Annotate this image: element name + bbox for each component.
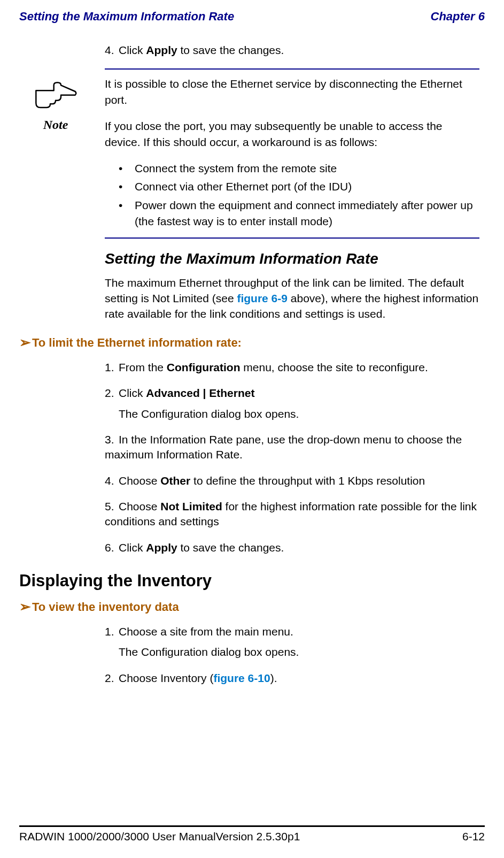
step-bold: Configuration <box>167 361 241 373</box>
h1-displaying-inventory: Displaying the Inventory <box>19 571 485 591</box>
step-pre: Choose <box>119 474 160 487</box>
footer: RADWIN 1000/2000/3000 User ManualVersion… <box>19 825 485 843</box>
proc1-step3: 3.In the Information Rate pane, use the … <box>105 432 479 463</box>
header-right: Chapter 6 <box>431 10 485 24</box>
proc1-step1: 1.From the Configuration menu, choose th… <box>105 360 479 375</box>
step-pre: Choose Inventory ( <box>119 672 213 684</box>
step-bold: Not Limited <box>160 500 222 512</box>
note-p1: It is possible to close the Ethernet ser… <box>105 76 479 108</box>
step-number: 4. <box>105 473 119 488</box>
step-number: 4. <box>105 43 119 58</box>
proc2-step1: 1.Choose a site from the main menu. The … <box>105 624 479 660</box>
section1-para: The maximum Ethernet throughput of the l… <box>105 275 479 322</box>
step-post: ). <box>270 672 277 684</box>
proc2-heading-text: To view the inventory data <box>32 600 179 614</box>
step-bold: Other <box>160 474 190 487</box>
intro-step: 4.Click Apply to save the changes. <box>105 43 479 58</box>
step-text-pre: Click <box>119 44 146 56</box>
note-top-rule <box>105 68 479 70</box>
chevron-icon: ➢ <box>19 599 31 615</box>
footer-right: 6-12 <box>462 830 485 843</box>
step-number: 6. <box>105 540 119 555</box>
header-left: Setting the Maximum Information Rate <box>19 10 234 24</box>
footer-left: RADWIN 1000/2000/3000 User ManualVersion… <box>19 830 300 843</box>
note-block: Note It is possible to close the Etherne… <box>105 76 479 229</box>
section1-title: Setting the Maximum Information Rate <box>105 250 479 267</box>
step-text: Choose a site from the main menu. <box>119 625 293 638</box>
proc2-heading: ➢To view the inventory data <box>19 598 485 615</box>
proc1-step6: 6.Click Apply to save the changes. <box>105 540 479 555</box>
note-bullet: Connect the system from the remote site <box>105 160 479 177</box>
note-p2: If you close the port, you may subsequen… <box>105 118 479 150</box>
step-bold: Advanced | Ethernet <box>146 387 254 399</box>
proc1-heading: ➢To limit the Ethernet information rate: <box>19 334 485 350</box>
figure-link[interactable]: figure 6-9 <box>237 292 288 304</box>
step-post: to save the changes. <box>177 541 284 554</box>
step-number: 2. <box>105 386 119 401</box>
step-number: 2. <box>105 671 119 686</box>
step-bold: Apply <box>146 44 177 56</box>
chevron-icon: ➢ <box>19 334 31 350</box>
step-sub: The Configuration dialog box opens. <box>105 645 479 660</box>
step-bold: Apply <box>146 541 177 554</box>
step-pre: Click <box>119 541 146 554</box>
proc1-step4: 4.Choose Other to define the throughput … <box>105 473 479 488</box>
pointing-hand-icon <box>33 78 78 110</box>
footer-rule <box>19 825 485 827</box>
note-icon-wrap: Note <box>24 78 88 132</box>
proc1-step2: 2.Click Advanced | Ethernet The Configur… <box>105 386 479 422</box>
step-sub: The Configuration dialog box opens. <box>105 407 479 422</box>
step-number: 1. <box>105 360 119 375</box>
note-bullet: Power down the equipment and connect imm… <box>105 197 479 230</box>
step-pre: From the <box>119 361 167 373</box>
step-text-post: to save the changes. <box>177 44 284 56</box>
step-pre: Click <box>119 387 146 399</box>
note-bottom-rule <box>105 238 479 239</box>
note-label: Note <box>24 118 88 132</box>
proc1-step5: 5.Choose Not Limited for the highest inf… <box>105 499 479 530</box>
step-pre: Choose <box>119 500 160 512</box>
step-number: 1. <box>105 624 119 639</box>
step-post: menu, choose the site to reconfigure. <box>241 361 428 373</box>
step-text: In the Information Rate pane, use the dr… <box>105 433 462 461</box>
proc2-step2: 2.Choose Inventory (figure 6-10). <box>105 671 479 686</box>
step-number: 3. <box>105 432 119 447</box>
step-number: 5. <box>105 499 119 514</box>
figure-link[interactable]: figure 6-10 <box>213 672 270 684</box>
step-post: to define the throughput with 1 Kbps res… <box>190 474 425 487</box>
proc1-heading-text: To limit the Ethernet information rate: <box>32 336 242 349</box>
note-bullet: Connect via other Ethernet port (of the … <box>105 179 479 195</box>
